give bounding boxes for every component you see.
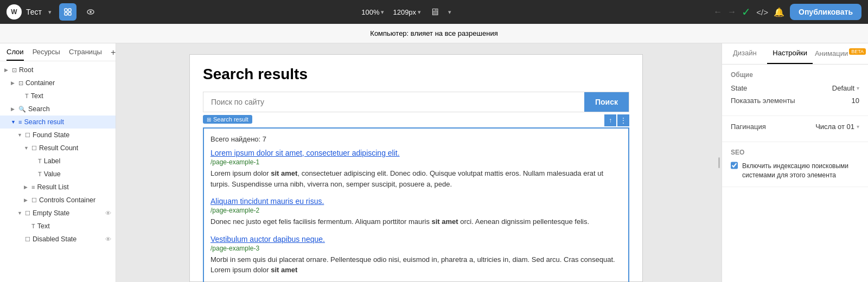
result-text: Lorem ipsum dolor sit amet, consectetuer… [210,168,622,189]
pagination-value[interactable]: Числа от 01 ▾ [815,123,859,131]
page-title: Search results [203,66,629,83]
search-result-content: Всего найдено: 7 Lorem ipsum dolor sit a… [203,127,629,282]
collapse-handle[interactable] [716,43,722,282]
pagination-row: Пагинация Числа от 01 ▾ [731,123,859,131]
search-result-tag: ⊞ Search result [203,115,252,124]
svg-rect-1 [68,9,71,11]
beta-badge: BETA [849,48,866,55]
result-link[interactable]: Lorem ipsum dolor sit amet, consectetuer… [210,149,622,157]
chevron-icon: ▶ [24,197,30,203]
sidebar-tree: ▶ ⊡ Root ▶ ⊡ Container T Text ▶ 🔍 Search [0,61,116,282]
found-count: Всего найдено: 7 [210,135,622,143]
result-path: /page-example-3 [210,245,622,252]
chevron-icon: ▶ [11,106,17,112]
visibility-icon[interactable]: 👁 [105,236,111,242]
more-button[interactable]: ⋮ [617,114,629,126]
seo-checkbox[interactable] [731,162,738,169]
app-name: Тест [26,8,42,16]
monitor-icon[interactable]: 🖥 [430,7,439,18]
tab-pages[interactable]: Страницы [69,48,102,61]
tree-item-search[interactable]: ▶ 🔍 Search [0,102,116,116]
root-icon: ⊡ [12,67,17,74]
search-bar: Поиск [203,92,629,112]
monitor-chevron: ▾ [448,9,451,16]
tab-resources[interactable]: Ресурсы [33,48,60,61]
result-link[interactable]: Aliquam tincidunt mauris eu risus. [210,197,622,206]
state-value[interactable]: Default ▾ [832,84,859,92]
add-page-button[interactable]: + [111,48,116,61]
tree-item-empty-text[interactable]: T Text [0,220,116,233]
tab-settings[interactable]: Настройки [767,43,812,64]
tree-item-root[interactable]: ▶ ⊡ Root [0,63,116,76]
tree-item-controls-container[interactable]: ▶ ☐ Controls Container [0,194,116,207]
search-result-header: ⊞ Search result ↑ ⋮ [203,114,629,126]
publish-button[interactable]: Опубликовать [790,4,861,20]
section-title: Общие [731,71,859,79]
result-link[interactable]: Vestibulum auctor dapibus neque. [210,235,622,243]
list-icon: ≡ [31,184,35,190]
eye-icon [86,8,95,16]
tree-item-empty-state[interactable]: ▼ ☐ Empty State 👁 [0,207,116,220]
eye-tool[interactable] [82,3,99,21]
list-icon: ≡ [18,119,22,125]
search-icon: 🔍 [18,106,26,113]
show-elements-value[interactable]: 10 [852,97,859,105]
checkbox-icon: ☐ [31,145,37,152]
topbar: W Тест ▾ 100% ▾ 1209px ▾ 🖥 ▾ ← → ✓ </> 🔔… [0,0,868,24]
tree-item-search-result[interactable]: ▼ ≡ Search result [0,116,116,129]
tree-label: Label [44,157,111,165]
code-icon[interactable]: </> [756,8,768,17]
result-text: Morbi in sem quis dui placerat ornare. P… [210,254,622,275]
bell-icon[interactable]: 🔔 [774,7,784,17]
tab-animations[interactable]: АнимацииBETA [813,43,868,64]
text-icon: T [38,171,42,177]
tree-item-label[interactable]: T Label [0,155,116,168]
chevron-icon: ▼ [24,145,30,151]
tree-item-disabled-state[interactable]: ☐ Disabled State 👁 [0,233,116,246]
redo-button[interactable]: → [727,7,736,17]
tab-layers[interactable]: Слои [7,48,24,61]
res-chevron: ▾ [418,9,421,16]
tree-item-text[interactable]: T Text [0,89,116,102]
svg-rect-3 [68,12,71,15]
frame-tool[interactable] [59,3,76,21]
result-path: /page-example-2 [210,207,622,214]
tree-item-found-state[interactable]: ▼ ☐ Found State [0,129,116,142]
search-result-block: ⊞ Search result ↑ ⋮ Всего найдено: 7 Lor… [203,114,629,282]
tree-item-result-count[interactable]: ▼ ☐ Result Count [0,142,116,155]
topbar-center: 100% ▾ 1209px ▾ 🖥 ▾ [104,7,709,18]
tree-label: Text [31,92,111,100]
undo-button[interactable]: ← [713,7,722,17]
tree-item-result-list[interactable]: ▶ ≡ Result List [0,181,116,194]
svg-rect-2 [65,12,67,15]
visibility-icon[interactable]: 👁 [105,210,111,216]
section-general: Общие State Default ▾ Показать элементы … [722,65,868,116]
text-icon: T [38,158,42,164]
tree-item-value[interactable]: T Value [0,168,116,181]
section-pagination: Пагинация Числа от 01 ▾ [722,116,868,142]
result-item: Vestibulum auctor dapibus neque. /page-e… [210,235,622,275]
move-up-button[interactable]: ↑ [604,114,616,126]
section-seo: SEO Включить индексацию поисковыми систе… [722,142,868,187]
seo-title: SEO [731,149,859,156]
svg-point-5 [90,11,92,13]
chevron-icon: ▼ [11,119,17,125]
app-chevron-icon[interactable]: ▾ [48,9,52,16]
seo-checkbox-row: Включить индексацию поисковыми системами… [731,162,859,180]
tree-label: Found State [33,131,111,139]
result-item: Aliquam tincidunt mauris eu risus. /page… [210,197,622,227]
zoom-control[interactable]: 100% ▾ [361,8,384,16]
tree-item-container[interactable]: ▶ ⊡ Container [0,76,116,89]
chevron-icon: ▶ [11,80,17,86]
chevron-icon: ▶ [24,184,30,190]
canvas-frame: Search results Поиск ⊞ Search result ↑ [189,54,643,282]
main-layout: Слои Ресурсы Страницы + ▶ ⊡ Root ▶ ⊡ Con… [0,43,868,282]
checkbox-icon: ☐ [31,197,37,204]
tab-design[interactable]: Дизайн [722,43,767,64]
result-toolbar: ↑ ⋮ [604,114,629,126]
checkbox-icon: ☐ [25,132,30,139]
search-button[interactable]: Поиск [584,92,629,112]
search-input[interactable] [203,92,584,112]
state-row: State Default ▾ [731,84,859,92]
resolution-control[interactable]: 1209px ▾ [393,8,421,16]
